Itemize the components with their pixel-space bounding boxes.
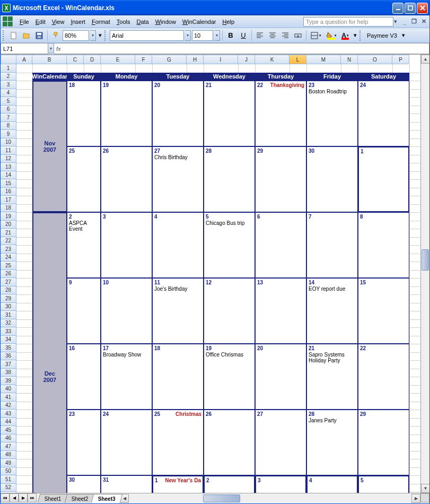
menu-data[interactable]: Data [133, 18, 152, 26]
calendar-day[interactable]: 23Boston Roadtrip [306, 81, 358, 146]
menu-window[interactable]: Window [152, 18, 179, 26]
row-header-15[interactable]: 15 [1, 179, 16, 188]
col-header-B[interactable]: B [32, 55, 67, 64]
zoom-dropdown-icon[interactable]: ▾ [90, 30, 96, 41]
sheet-tab-sheet2[interactable]: Sheet2 [64, 494, 95, 503]
toolbar-options-icon-2[interactable]: ▾ [352, 30, 358, 41]
font-dropdown-icon[interactable]: ▾ [185, 30, 191, 41]
calendar-day[interactable]: 30 [306, 146, 358, 212]
calendar-day[interactable]: 4 [152, 212, 204, 278]
calendar-day[interactable]: 5Chicago Bus trip [204, 212, 255, 278]
close-button[interactable] [417, 3, 428, 14]
fontsize-box[interactable]: 10 [192, 30, 213, 41]
scroll-up-button[interactable]: ▲ [421, 55, 429, 64]
calendar-day[interactable]: 10 [101, 278, 152, 344]
doc-close-button[interactable]: ✕ [420, 18, 427, 25]
menu-file[interactable]: File [16, 18, 32, 26]
calendar-day[interactable]: 19Office Chrismas [204, 344, 255, 410]
row-header-45[interactable]: 45 [1, 426, 16, 435]
calendar-day[interactable]: 3 [255, 475, 306, 493]
calendar-day[interactable]: 31 [101, 475, 152, 493]
row-header-18[interactable]: 18 [1, 204, 16, 213]
calendar-day[interactable]: 19 [101, 81, 152, 146]
fx-icon[interactable]: fx [56, 46, 61, 52]
menu-tools[interactable]: Tools [113, 18, 134, 26]
calendar-day[interactable]: 13 [255, 278, 306, 344]
menu-format[interactable]: Format [89, 18, 113, 26]
paymee-label[interactable]: Paymee V3 [365, 32, 399, 39]
row-header-23[interactable]: 23 [1, 245, 16, 254]
calendar-day[interactable]: 26 [101, 146, 152, 212]
calendar-day[interactable]: 2ASPCA Event [67, 212, 101, 278]
col-header-F[interactable]: F [135, 55, 152, 64]
calendar-day[interactable]: 18 [152, 344, 204, 410]
column-headers[interactable]: ABCDEFGHIJKLMNOP [1, 55, 420, 64]
row-header-31[interactable]: 31 [1, 311, 16, 319]
namebox-dropdown-icon[interactable]: ▾ [48, 43, 54, 54]
row-header-5[interactable]: 5 [1, 97, 16, 106]
calendar-day[interactable]: 18 [67, 81, 101, 146]
row-header-27[interactable]: 27 [1, 278, 16, 286]
row-header-14[interactable]: 14 [1, 171, 16, 180]
row-header-41[interactable]: 41 [1, 393, 16, 402]
row-header-2[interactable]: 2 [1, 73, 16, 81]
name-box[interactable]: L71 [1, 43, 48, 54]
calendar-day[interactable]: 29 [358, 410, 409, 475]
new-button[interactable] [8, 30, 20, 41]
help-search-box[interactable]: Type a question for help [303, 17, 393, 27]
row-header-38[interactable]: 38 [1, 369, 16, 377]
row-header-28[interactable]: 28 [1, 286, 16, 295]
row-header-17[interactable]: 17 [1, 196, 16, 204]
row-header-9[interactable]: 9 [1, 130, 16, 138]
calendar-day[interactable]: 15 [358, 278, 409, 344]
calendar-day[interactable]: 8 [358, 212, 409, 278]
toolbar-options-icon-3[interactable]: ▾ [400, 30, 407, 41]
font-color-button[interactable]: A▾ [339, 30, 351, 41]
row-header-52[interactable]: 52 [1, 484, 16, 492]
font-box[interactable]: Arial [110, 30, 184, 41]
calendar-day[interactable]: 29 [255, 146, 306, 212]
tab-first-button[interactable]: ⏮ [1, 493, 10, 502]
calendar-day[interactable]: 22Thanksgiving [255, 81, 306, 146]
menu-help[interactable]: Help [219, 18, 238, 26]
row-header-22[interactable]: 22 [1, 237, 16, 246]
bold-button[interactable]: B [225, 30, 236, 41]
calendar-day[interactable]: 5 [358, 475, 409, 493]
office-logo-icon[interactable] [3, 16, 13, 27]
calendar-day[interactable]: 6 [255, 212, 306, 278]
borders-button[interactable]: ▾ [309, 30, 323, 41]
row-header-19[interactable]: 19 [1, 212, 16, 221]
menu-insert[interactable]: Insert [67, 18, 89, 26]
row-headers[interactable]: 1234567891011121314151617181920212223242… [1, 64, 16, 493]
row-header-6[interactable]: 6 [1, 106, 16, 114]
sheet-tab-sheet3[interactable]: Sheet3 [91, 494, 122, 503]
spreadsheet-grid[interactable]: ABCDEFGHIJKLMNOP 12345678910111213141516… [1, 55, 429, 493]
calendar-day[interactable]: 24 [358, 81, 409, 146]
row-header-21[interactable]: 21 [1, 229, 16, 237]
row-header-46[interactable]: 46 [1, 435, 16, 443]
row-header-37[interactable]: 37 [1, 360, 16, 369]
calendar-day[interactable]: 20 [255, 344, 306, 410]
col-header-P[interactable]: P [392, 55, 409, 64]
menu-view[interactable]: View [49, 18, 68, 26]
format-painter-button[interactable] [50, 30, 62, 41]
col-header-J[interactable]: J [238, 55, 255, 64]
row-header-50[interactable]: 50 [1, 467, 16, 476]
row-header-49[interactable]: 49 [1, 459, 16, 467]
calendar-day[interactable]: 1 [358, 146, 409, 212]
col-header-M[interactable]: M [306, 55, 341, 64]
fill-color-button[interactable]: ▾ [324, 30, 338, 41]
calendar-day[interactable]: 25Christmas [152, 410, 204, 475]
align-center-button[interactable] [267, 30, 278, 41]
row-header-36[interactable]: 36 [1, 352, 16, 361]
calendar-day[interactable]: 16 [67, 344, 101, 410]
doc-restore-button[interactable]: ❐ [410, 18, 418, 25]
calendar-day[interactable]: 28Janes Party [306, 410, 358, 475]
row-header-44[interactable]: 44 [1, 418, 16, 427]
row-header-1[interactable]: 1 [1, 64, 16, 73]
row-header-48[interactable]: 48 [1, 451, 16, 459]
col-header-E[interactable]: E [101, 55, 135, 64]
merge-center-button[interactable]: a [292, 30, 304, 41]
calendar-day[interactable]: 14EOY report due [306, 278, 358, 344]
calendar-day[interactable]: 22 [358, 344, 409, 410]
